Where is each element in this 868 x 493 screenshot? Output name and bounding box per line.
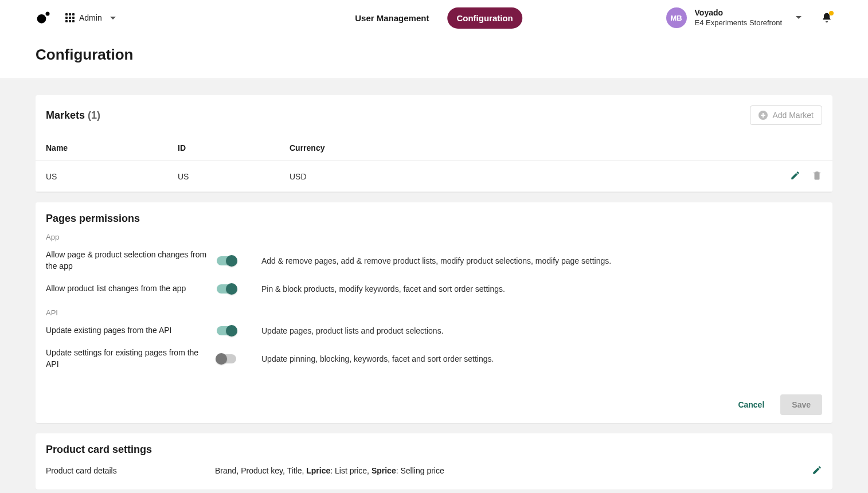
markets-count: (1) <box>88 109 100 121</box>
cell-name: US <box>36 161 167 192</box>
user-name: Voyado <box>695 7 782 18</box>
perm-label: Update settings for existing pages from … <box>46 347 212 370</box>
product-card-details: Brand, Product key, Title, Lprice: List … <box>215 466 812 475</box>
svg-point-1 <box>46 12 50 16</box>
product-card-label: Product card details <box>46 466 215 475</box>
plus-icon <box>758 111 768 120</box>
delete-market-button[interactable] <box>812 170 822 182</box>
product-card-title: Product card settings <box>46 444 822 456</box>
table-row: US US USD <box>36 161 832 192</box>
svg-point-0 <box>37 14 46 24</box>
perm-toggle[interactable] <box>217 284 236 294</box>
avatar[interactable]: MB <box>666 7 687 28</box>
perm-row: Update settings for existing pages from … <box>46 342 822 375</box>
apps-icon <box>65 13 75 22</box>
cell-currency: USD <box>279 161 764 192</box>
cancel-button[interactable]: Cancel <box>731 394 771 415</box>
header-tabs: User Management Configuration <box>346 7 522 29</box>
chevron-down-icon <box>796 16 801 19</box>
admin-label: Admin <box>79 13 102 22</box>
permissions-title: Pages permissions <box>46 213 822 225</box>
perm-toggle[interactable] <box>217 354 236 363</box>
perm-row: Allow page & product selection changes f… <box>46 244 822 277</box>
user-store: E4 Experiments Storefront <box>695 18 782 28</box>
save-button[interactable]: Save <box>780 394 822 415</box>
markets-title: Markets (1) <box>46 109 100 122</box>
col-id: ID <box>167 135 279 161</box>
notifications-button[interactable] <box>821 12 832 24</box>
perm-desc: Pin & block products, modify keywords, f… <box>261 284 822 294</box>
col-name: Name <box>36 135 167 161</box>
perm-label: Allow page & product selection changes f… <box>46 249 212 272</box>
tab-configuration[interactable]: Configuration <box>447 7 522 29</box>
user-info[interactable]: Voyado E4 Experiments Storefront <box>695 7 801 28</box>
add-market-label: Add Market <box>772 111 814 120</box>
perm-label: Update existing pages from the API <box>46 325 212 337</box>
cell-id: US <box>167 161 279 192</box>
perm-desc: Add & remove pages, add & remove product… <box>261 256 822 265</box>
col-currency: Currency <box>279 135 764 161</box>
product-card-settings-card: Product card settings Product card detai… <box>36 433 832 490</box>
perm-desc: Update pages, product lists and product … <box>261 326 822 335</box>
add-market-button[interactable]: Add Market <box>750 105 822 125</box>
edit-product-card-button[interactable] <box>812 465 822 477</box>
notification-dot <box>829 11 834 15</box>
chevron-down-icon <box>110 17 116 19</box>
permissions-card: Pages permissions App Allow page & produ… <box>36 202 832 423</box>
markets-title-text: Markets <box>46 109 85 121</box>
tab-user-management[interactable]: User Management <box>346 7 438 29</box>
perm-row: Update existing pages from the API Updat… <box>46 319 822 342</box>
markets-card: Markets (1) Add Market Name ID Currency … <box>36 95 832 192</box>
admin-scope-selector[interactable]: Admin <box>65 13 116 22</box>
markets-table: Name ID Currency US US USD <box>36 135 832 192</box>
perm-group-api: API <box>46 308 822 317</box>
page-title: Configuration <box>36 36 832 79</box>
perm-toggle[interactable] <box>217 256 236 265</box>
perm-group-app: App <box>46 233 822 241</box>
perm-desc: Update pinning, blocking, keywords, face… <box>261 354 822 363</box>
perm-toggle[interactable] <box>217 326 236 335</box>
perm-row: Allow product list changes from the app … <box>46 277 822 300</box>
edit-market-button[interactable] <box>790 170 800 182</box>
logo[interactable] <box>36 10 52 26</box>
perm-label: Allow product list changes from the app <box>46 283 212 295</box>
